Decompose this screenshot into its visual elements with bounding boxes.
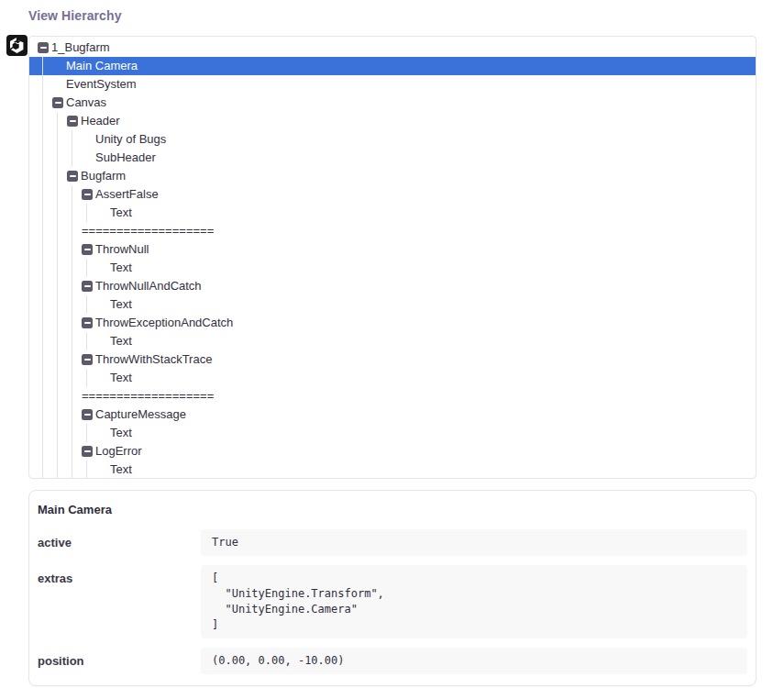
page-title: View Hierarchy xyxy=(28,8,756,23)
collapse-icon[interactable] xyxy=(82,281,93,292)
tree-divider-node[interactable]: =================== xyxy=(82,387,756,405)
tree-node[interactable]: AssertFalse xyxy=(82,185,756,204)
tree-node-label: Bugfarm xyxy=(81,167,126,185)
tree-node-label: Text xyxy=(110,295,132,314)
tree-children-group: Text xyxy=(86,424,756,442)
tree-node-label: 1_Bugfarm xyxy=(51,39,110,57)
tree-node-label: Unity of Bugs xyxy=(95,130,166,149)
tree-node[interactable]: Text xyxy=(96,259,756,277)
tree-node-label: Text xyxy=(110,369,132,387)
tree-node[interactable]: CaptureMessage xyxy=(82,405,756,424)
tree-node-label: CaptureMessage xyxy=(95,405,186,424)
tree-node[interactable]: SubHeader xyxy=(82,149,756,167)
tree-node-label: EventSystem xyxy=(66,75,137,94)
tree-node[interactable]: ThrowWithStackTrace xyxy=(82,350,756,369)
property-label: position xyxy=(38,648,201,674)
collapse-icon[interactable] xyxy=(82,446,93,457)
details-title: Main Camera xyxy=(38,503,747,529)
tree-node-label: =================== xyxy=(82,222,214,240)
tree-node-label: =================== xyxy=(82,387,214,405)
unity-logo-glyph xyxy=(9,38,25,53)
collapse-icon[interactable] xyxy=(82,317,93,328)
tree-node-label: Header xyxy=(81,112,120,130)
tree-node[interactable]: Text xyxy=(96,461,756,479)
tree-node-label: Text xyxy=(110,259,132,277)
property-label: extras xyxy=(38,565,201,638)
tree-node-label: ThrowNull xyxy=(95,240,149,259)
tree-node[interactable]: 1_Bugfarm xyxy=(38,39,756,57)
collapse-icon[interactable] xyxy=(52,97,63,108)
tree-node-label: Canvas xyxy=(66,94,106,112)
tree-node-label: Text xyxy=(110,332,132,350)
property-value: [ "UnityEngine.Transform", "UnityEngine.… xyxy=(201,565,747,638)
tree-node[interactable]: Text xyxy=(96,369,756,387)
property-value: True xyxy=(201,529,747,556)
tree-node[interactable]: ThrowNullAndCatch xyxy=(82,277,756,295)
tree-children-group: Text xyxy=(86,259,756,277)
tree-children-group: Text xyxy=(86,332,756,350)
tree-node[interactable]: Text xyxy=(96,332,756,350)
tree-node[interactable]: ThrowNull xyxy=(82,240,756,259)
tree-node-label: Text xyxy=(110,424,132,442)
tree-children-group: Main CameraEventSystemCanvasHeaderUnity … xyxy=(42,57,756,479)
tree-node[interactable]: Main Camera xyxy=(52,57,756,75)
details-property-grid: activeTrueextras[ "UnityEngine.Transform… xyxy=(38,529,747,674)
tree-node[interactable]: Text xyxy=(96,424,756,442)
tree-children-group: Text xyxy=(86,461,756,479)
tree-children-group: Unity of BugsSubHeader xyxy=(72,130,756,167)
tree-node-label: LogError xyxy=(95,442,142,461)
collapse-icon[interactable] xyxy=(67,171,78,182)
tree-node[interactable]: Text xyxy=(96,204,756,222)
tree-node[interactable]: Header xyxy=(67,112,756,130)
tree-node[interactable]: Canvas xyxy=(52,94,756,112)
collapse-icon[interactable] xyxy=(82,189,93,200)
collapse-icon[interactable] xyxy=(82,354,93,365)
tree-node-label: Text xyxy=(110,204,132,222)
tree-children-group: Text xyxy=(86,204,756,222)
tree-node[interactable]: Text xyxy=(96,295,756,314)
collapse-icon[interactable] xyxy=(67,116,78,127)
tree-node-label: AssertFalse xyxy=(95,185,159,204)
hierarchy-tree-panel: 1_BugfarmMain CameraEventSystemCanvasHea… xyxy=(28,36,756,479)
collapse-icon[interactable] xyxy=(38,42,49,53)
tree-node-label: Text xyxy=(110,461,132,479)
tree-node[interactable]: EventSystem xyxy=(52,75,756,94)
tree-children-group: Text xyxy=(86,295,756,314)
tree-node-label: SubHeader xyxy=(95,149,156,167)
tree-divider-node[interactable]: =================== xyxy=(82,222,756,240)
tree-node-label: ThrowNullAndCatch xyxy=(95,277,202,295)
tree-node-label: Main Camera xyxy=(66,57,138,75)
tree-node[interactable]: ThrowExceptionAndCatch xyxy=(82,314,756,332)
tree-node-label: ThrowExceptionAndCatch xyxy=(95,314,233,332)
tree-children-group: HeaderUnity of BugsSubHeaderBugfarmAsser… xyxy=(57,112,756,479)
tree-node[interactable]: Unity of Bugs xyxy=(82,130,756,149)
property-label: active xyxy=(38,529,201,556)
collapse-icon[interactable] xyxy=(82,409,93,420)
tree-children-group: AssertFalseText===================ThrowN… xyxy=(72,185,756,479)
tree-node[interactable]: LogError xyxy=(82,442,756,461)
unity-icon xyxy=(6,35,28,56)
tree-node[interactable]: Bugfarm xyxy=(67,167,756,185)
tree-children-group: Text xyxy=(86,369,756,387)
collapse-icon[interactable] xyxy=(82,244,93,255)
tree-node-label: ThrowWithStackTrace xyxy=(95,350,212,369)
page: View Hierarchy 1_BugfarmMain CameraEvent… xyxy=(0,0,784,686)
property-value: (0.00, 0.00, -10.00) xyxy=(201,648,747,674)
details-panel: Main Camera activeTrueextras[ "UnityEngi… xyxy=(28,490,756,686)
